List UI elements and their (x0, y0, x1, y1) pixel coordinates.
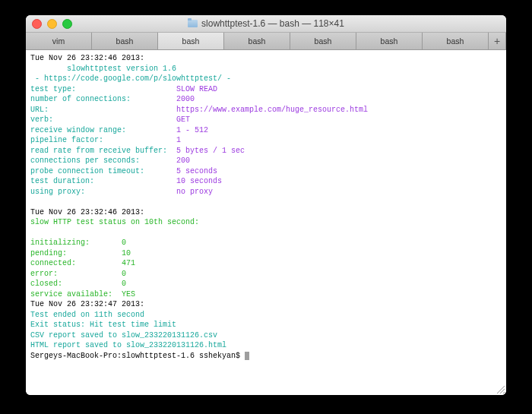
tab-bar: vim bash bash bash bash bash bash + (26, 33, 506, 50)
resize-handle[interactable] (497, 386, 505, 393)
status-value: 0 (122, 280, 126, 288)
cursor (245, 352, 249, 360)
param-label: read rate from receive buffer: (30, 147, 176, 155)
title-text: slowhttptest-1.6 — bash — 118×41 (201, 18, 344, 29)
param-label: pipeline factor: (30, 136, 176, 144)
folder-icon (188, 20, 198, 27)
param-label: connections per seconds: (30, 156, 176, 165)
status-label: initializing: (30, 239, 122, 247)
param-label: probe connection timeout: (30, 167, 176, 175)
param-value: SLOW READ (176, 85, 217, 93)
timestamp: Tue Nov 26 23:32:46 2013: (30, 208, 144, 216)
status-value: 471 (122, 259, 135, 267)
traffic-lights (32, 19, 72, 29)
param-value: no proxy (176, 188, 213, 196)
titlebar: slowhttptest-1.6 — bash — 118×41 (26, 15, 506, 33)
status-header: slow HTTP test status on 10th second: (30, 218, 199, 226)
zoom-icon[interactable] (62, 19, 72, 29)
tab-bash[interactable]: bash (224, 33, 290, 49)
status-label: connected: (30, 259, 122, 267)
tab-bash[interactable]: bash (92, 33, 158, 49)
tab-bash[interactable]: bash (423, 33, 489, 49)
end-line: CSV report saved to slow_233220131126.cs… (30, 331, 217, 340)
param-value: 1 (176, 136, 181, 144)
tab-bash[interactable]: bash (356, 33, 423, 49)
param-value: GET (176, 115, 190, 124)
tab-bash[interactable]: bash (290, 33, 356, 49)
param-value: 1 - 512 (176, 126, 208, 134)
status-label: service available: (30, 290, 122, 299)
param-label: test duration: (30, 177, 176, 185)
param-label: test type: (30, 85, 176, 93)
timestamp: Tue Nov 26 23:32:46 2013: (30, 54, 144, 62)
status-label: error: (30, 270, 122, 278)
status-value: 0 (122, 239, 126, 247)
version-line: slowhttptest version 1.6 (67, 65, 176, 73)
status-value: 10 (122, 249, 131, 258)
param-value: 5 bytes / 1 sec (176, 147, 245, 155)
end-line: Test ended on 11th second (30, 311, 144, 319)
terminal-output[interactable]: Tue Nov 26 23:32:46 2013: slowhttptest v… (26, 50, 506, 395)
status-label: pending: (30, 249, 122, 258)
terminal-window: slowhttptest-1.6 — bash — 118×41 vim bas… (26, 15, 506, 395)
param-value: 2000 (176, 95, 195, 103)
status-label: closed: (30, 280, 122, 288)
param-value: 200 (176, 156, 190, 165)
param-label: verb: (30, 115, 176, 124)
param-value: https://www.example.com/huge_resource.ht… (176, 106, 368, 114)
param-label: number of connections: (30, 95, 176, 103)
param-label: using proxy: (30, 188, 176, 196)
end-line: HTML report saved to slow_233220131126.h… (30, 341, 226, 349)
tab-bash-active[interactable]: bash (158, 33, 224, 49)
tab-vim[interactable]: vim (26, 33, 92, 49)
timestamp: Tue Nov 26 23:32:47 2013: (30, 300, 144, 308)
param-value: 5 seconds (176, 167, 217, 175)
shell-prompt: Sergeys-MacBook-Pro:slowhttptest-1.6 ssh… (30, 352, 245, 360)
minimize-icon[interactable] (47, 19, 57, 29)
end-line: Exit status: Hit test time limit (30, 321, 176, 329)
status-value: YES (122, 290, 135, 299)
add-tab-button[interactable]: + (489, 33, 506, 49)
param-value: 10 seconds (176, 177, 222, 185)
window-title: slowhttptest-1.6 — bash — 118×41 (26, 18, 506, 29)
status-value: 0 (122, 270, 126, 278)
project-url: https://code.google.com/p/slowhttptest/ (44, 74, 222, 83)
close-icon[interactable] (32, 19, 42, 29)
param-label: URL: (30, 106, 176, 114)
param-label: receive window range: (30, 126, 176, 134)
